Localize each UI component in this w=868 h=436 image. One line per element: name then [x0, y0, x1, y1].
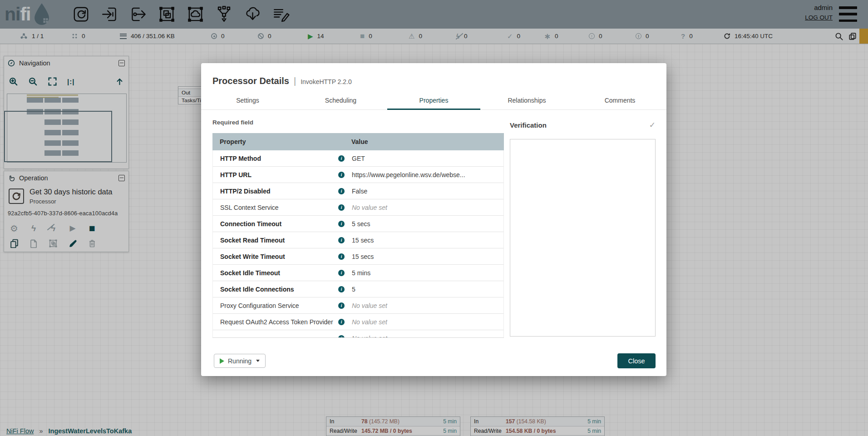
property-row: SSL Context Service No value set [212, 199, 504, 216]
info-icon[interactable] [338, 335, 345, 338]
info-icon[interactable] [338, 270, 345, 276]
property-row: HTTP URL https://www.pegelonline.wsv.de/… [212, 167, 504, 183]
property-row: Connection Timeout 5 secs [212, 216, 504, 232]
tab-properties[interactable]: Properties [387, 91, 480, 109]
tab-settings[interactable]: Settings [201, 91, 294, 109]
run-state-label: Running [228, 357, 252, 365]
property-row: Socket Read Timeout 15 secs [212, 232, 504, 248]
property-row: Socket Idle Timeout 5 mins [212, 265, 504, 281]
play-icon [220, 358, 224, 364]
info-icon[interactable] [338, 237, 345, 243]
tab-comments[interactable]: Comments [573, 91, 666, 109]
title-separator: | [294, 76, 296, 86]
info-icon[interactable] [338, 155, 345, 162]
verify-check-icon[interactable]: ✓ [649, 120, 656, 130]
info-icon[interactable] [338, 221, 345, 227]
property-row: Socket Write Timeout 15 secs [212, 248, 504, 265]
verification-label: Verification [510, 121, 547, 129]
dialog-tabs: Settings Scheduling Properties Relations… [201, 91, 666, 110]
nifi-app: Out 0 (0 bytes) 5 min Tasks/Time 0 / 00:… [0, 0, 868, 436]
info-icon[interactable] [338, 319, 345, 325]
tab-scheduling[interactable]: Scheduling [294, 91, 387, 109]
dialog-title: Processor Details [212, 76, 289, 86]
info-icon[interactable] [338, 204, 345, 211]
property-row: Socket Idle Connections 5 [212, 281, 504, 297]
run-state-button[interactable]: Running [214, 354, 266, 368]
property-row: HTTP/2 Disabled False [212, 183, 504, 199]
info-icon[interactable] [338, 188, 345, 194]
verification-results-panel [510, 139, 656, 337]
property-row: Request OAuth2 Access Token Provider No … [212, 314, 504, 330]
property-row: No value set [212, 330, 504, 338]
info-icon[interactable] [338, 302, 345, 309]
processor-type-version: InvokeHTTP 2.2.0 [301, 78, 352, 85]
properties-table-header: Property Value [212, 133, 504, 150]
value-column-header: Value [351, 138, 504, 145]
tab-relationships[interactable]: Relationships [480, 91, 573, 109]
chevron-down-icon [256, 360, 260, 362]
info-icon[interactable] [338, 253, 345, 260]
property-row: Proxy Configuration Service No value set [212, 297, 504, 314]
property-column-header: Property [220, 138, 338, 145]
processor-details-dialog: Processor Details | InvokeHTTP 2.2.0 Set… [201, 63, 666, 376]
required-field-label: Required field [212, 119, 253, 126]
close-button[interactable]: Close [617, 353, 656, 368]
property-row: HTTP Method GET [212, 150, 504, 167]
properties-table: Property Value HTTP Method GET HTTP URL … [212, 133, 504, 338]
info-icon[interactable] [338, 172, 345, 178]
info-icon[interactable] [338, 286, 345, 292]
